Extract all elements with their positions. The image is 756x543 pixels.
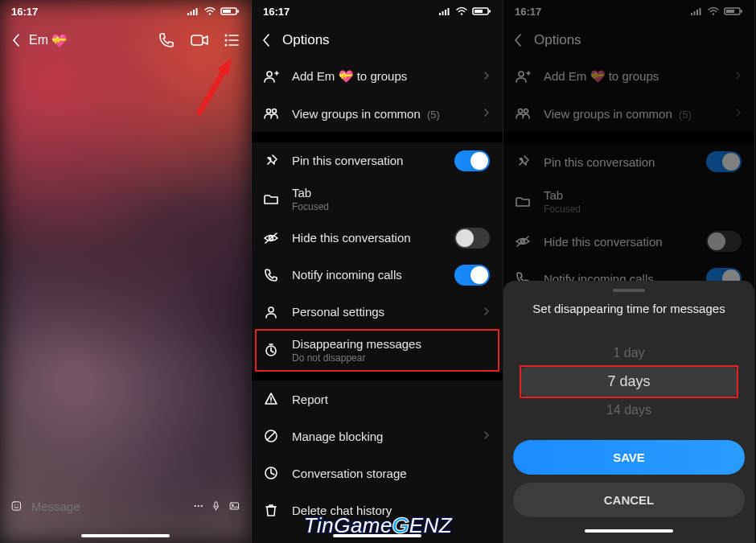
svg-point-35: [267, 72, 272, 76]
message-input[interactable]: [31, 500, 184, 513]
chat-input-bar: [0, 483, 251, 529]
row-label: Report: [292, 393, 490, 406]
status-icons: [438, 6, 491, 16]
svg-point-4: [209, 13, 211, 14]
picker-option[interactable]: 14 days: [513, 397, 745, 424]
svg-point-42: [269, 307, 273, 312]
chat-name: Em: [29, 33, 48, 47]
sheet-title: Set disappearing time for messages: [532, 302, 725, 315]
options-list: Add Em 💝 to groups View groups in common…: [252, 58, 503, 529]
row-label: Delete chat history: [292, 504, 490, 517]
chevron-right-icon: [483, 69, 490, 84]
status-bar: 16:17: [0, 0, 251, 23]
svg-point-19: [17, 504, 18, 505]
battery-icon: [220, 6, 240, 16]
menu-list-icon[interactable]: [224, 33, 240, 47]
svg-point-20: [194, 505, 195, 507]
row-label: Personal settings: [292, 305, 470, 319]
row-hide[interactable]: Hide this conversation: [252, 220, 503, 257]
call-icon[interactable]: [158, 31, 175, 49]
svg-point-22: [200, 505, 202, 507]
svg-rect-28: [442, 11, 444, 15]
groups-icon: [263, 107, 279, 120]
signal-icon: [438, 6, 451, 16]
hide-toggle[interactable]: [454, 228, 490, 249]
chat-title[interactable]: Em 💝: [29, 33, 150, 48]
row-label: Hide this conversation: [292, 231, 442, 245]
sticker-icon[interactable]: [11, 497, 22, 515]
row-label: Notify incoming calls: [292, 268, 442, 282]
sheet-grabber[interactable]: [613, 289, 645, 292]
time-picker[interactable]: 1 day 7 days 14 days: [513, 327, 745, 424]
svg-line-45: [271, 351, 273, 352]
row-personal[interactable]: Personal settings: [252, 294, 503, 331]
row-storage[interactable]: Conversation storage: [252, 455, 503, 492]
picker-option[interactable]: 1 day: [513, 339, 745, 367]
settings-person-icon: [263, 305, 279, 319]
svg-rect-27: [439, 13, 441, 15]
svg-point-26: [232, 504, 234, 506]
chevron-right-icon: [483, 106, 490, 121]
screen-disappearing-sheet: 16:17 Options Add Em 💝 to groups View gr…: [503, 0, 755, 543]
wifi-icon: [203, 6, 216, 16]
eye-off-icon: [263, 232, 279, 245]
storage-icon: [263, 466, 279, 480]
row-add-to-groups[interactable]: Add Em 💝 to groups: [252, 58, 503, 95]
warning-icon: [263, 392, 279, 406]
svg-rect-7: [223, 10, 231, 13]
svg-rect-17: [12, 502, 20, 510]
pin-toggle[interactable]: [454, 150, 490, 171]
signal-icon: [187, 6, 199, 16]
svg-point-13: [225, 44, 228, 47]
chat-header: Em 💝: [0, 23, 251, 58]
row-sub: Focused: [292, 201, 490, 212]
svg-rect-23: [215, 502, 217, 507]
row-label: Add Em 💝 to groups: [292, 69, 470, 84]
svg-point-31: [461, 13, 462, 14]
row-delete-history[interactable]: Delete chat history: [252, 492, 503, 529]
chat-actions: [158, 31, 240, 49]
call-icon: [263, 268, 279, 282]
trash-icon: [263, 503, 279, 517]
row-report[interactable]: Report: [252, 381, 503, 418]
back-icon[interactable]: [261, 33, 271, 47]
svg-rect-1: [191, 11, 192, 15]
home-indicator[interactable]: [252, 529, 503, 543]
disappearing-sheet: Set disappearing time for messages 1 day…: [503, 281, 754, 543]
more-icon[interactable]: [194, 499, 203, 513]
row-notify[interactable]: Notify incoming calls: [252, 257, 503, 294]
block-icon: [263, 429, 279, 443]
svg-point-18: [14, 504, 15, 505]
row-sub: Do not disappear: [292, 352, 490, 364]
picker-option[interactable]: [513, 327, 745, 339]
chat-emoji: 💝: [51, 33, 68, 48]
pin-icon: [263, 154, 279, 168]
cancel-button[interactable]: CANCEL: [513, 483, 745, 517]
chat-content[interactable]: [0, 58, 251, 483]
svg-point-21: [197, 505, 199, 507]
row-view-groups[interactable]: View groups in common (5): [252, 95, 503, 132]
save-button[interactable]: SAVE: [513, 440, 745, 475]
notify-toggle[interactable]: [454, 265, 490, 286]
video-icon[interactable]: [190, 33, 209, 47]
folder-icon: [263, 193, 279, 206]
home-indicator[interactable]: [0, 529, 251, 543]
svg-rect-33: [489, 10, 491, 13]
home-indicator[interactable]: [585, 525, 673, 537]
options-header: Options: [252, 23, 503, 58]
row-pin[interactable]: Pin this conversation: [252, 142, 503, 179]
row-disappearing[interactable]: Disappearing messagesDo not disappear: [252, 331, 503, 371]
svg-rect-2: [193, 10, 195, 15]
svg-point-38: [267, 109, 271, 113]
picker-option-selected[interactable]: 7 days: [521, 367, 737, 397]
timer-icon: [263, 343, 279, 357]
battery-icon: [472, 6, 491, 16]
mic-icon[interactable]: [212, 497, 220, 515]
image-icon[interactable]: [229, 499, 240, 513]
svg-point-39: [273, 109, 277, 113]
status-time: 16:17: [263, 6, 290, 18]
row-blocking[interactable]: Manage blocking: [252, 418, 503, 455]
back-icon[interactable]: [11, 33, 21, 47]
svg-rect-6: [237, 10, 239, 13]
row-tab[interactable]: TabFocused: [252, 179, 503, 220]
